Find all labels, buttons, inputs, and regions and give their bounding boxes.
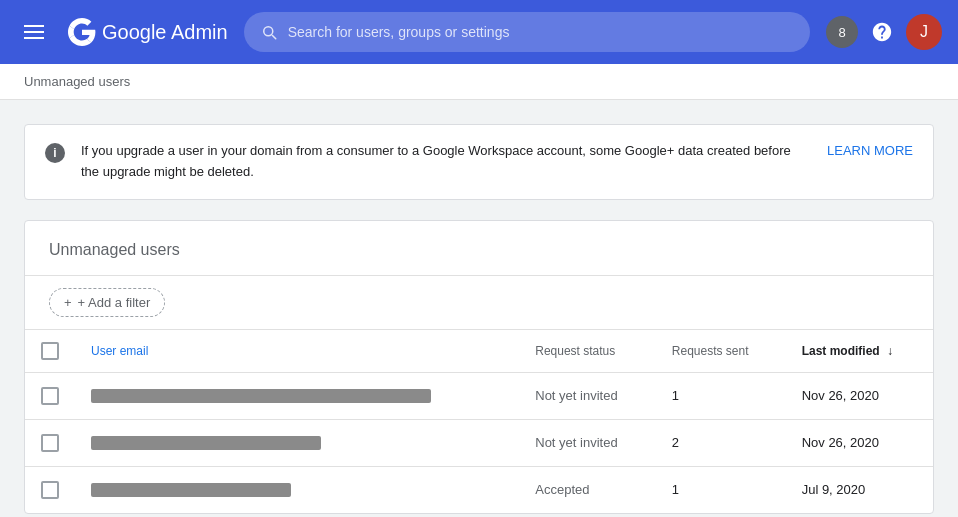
breadcrumb: Unmanaged users <box>0 64 958 100</box>
row-checkbox[interactable] <box>41 434 59 452</box>
add-filter-icon: + <box>64 295 72 310</box>
help-button[interactable] <box>866 16 898 48</box>
app-header: Google Admin 8 J <box>0 0 958 64</box>
row-checkbox-cell <box>25 466 75 513</box>
row-status: Not yet invited <box>519 419 656 466</box>
learn-more-button[interactable]: LEARN MORE <box>827 143 913 158</box>
row-email <box>75 372 519 419</box>
app-title: Google Admin <box>102 21 228 44</box>
table-card-header: Unmanaged users <box>25 221 933 276</box>
email-redacted <box>91 436 321 450</box>
header-request-status[interactable]: Request status <box>519 330 656 373</box>
row-last-modified: Nov 26, 2020 <box>786 372 933 419</box>
row-last-modified: Jul 9, 2020 <box>786 466 933 513</box>
email-redacted <box>91 389 431 403</box>
sort-arrow-icon: ↓ <box>887 344 893 358</box>
header-email[interactable]: User email <box>75 330 519 373</box>
email-redacted <box>91 483 291 497</box>
table-row: Not yet invited 1 Nov 26, 2020 <box>25 372 933 419</box>
menu-button[interactable] <box>16 17 52 47</box>
table-header-row: User email Request status Requests sent … <box>25 330 933 373</box>
row-last-modified: Nov 26, 2020 <box>786 419 933 466</box>
table-row: Accepted 1 Jul 9, 2020 <box>25 466 933 513</box>
table-row: Not yet invited 2 Nov 26, 2020 <box>25 419 933 466</box>
info-message: If you upgrade a user in your domain fro… <box>81 141 811 183</box>
google-logo-icon <box>68 18 96 46</box>
add-filter-label: + Add a filter <box>78 295 151 310</box>
search-bar[interactable] <box>244 12 810 52</box>
row-checkbox-cell <box>25 419 75 466</box>
notifications-badge[interactable]: 8 <box>826 16 858 48</box>
app-logo: Google Admin <box>68 18 228 46</box>
row-checkbox-cell <box>25 372 75 419</box>
row-requests-sent: 1 <box>656 372 786 419</box>
info-icon: i <box>45 143 65 163</box>
header-checkbox-cell <box>25 330 75 373</box>
add-filter-button[interactable]: + + Add a filter <box>49 288 165 317</box>
header-actions: 8 J <box>826 14 942 50</box>
help-icon <box>871 21 893 43</box>
header-requests-sent[interactable]: Requests sent <box>656 330 786 373</box>
filter-section: + + Add a filter <box>25 276 933 330</box>
main-content: i If you upgrade a user in your domain f… <box>0 100 958 517</box>
user-avatar[interactable]: J <box>906 14 942 50</box>
row-checkbox[interactable] <box>41 387 59 405</box>
users-table: User email Request status Requests sent … <box>25 330 933 513</box>
header-last-modified[interactable]: Last modified ↓ <box>786 330 933 373</box>
search-icon <box>260 23 278 41</box>
row-requests-sent: 2 <box>656 419 786 466</box>
row-status: Accepted <box>519 466 656 513</box>
info-banner: i If you upgrade a user in your domain f… <box>24 124 934 200</box>
row-status: Not yet invited <box>519 372 656 419</box>
row-requests-sent: 1 <box>656 466 786 513</box>
table-card: Unmanaged users + + Add a filter User em… <box>24 220 934 514</box>
row-checkbox[interactable] <box>41 481 59 499</box>
row-email <box>75 419 519 466</box>
table-title: Unmanaged users <box>49 241 180 258</box>
row-email <box>75 466 519 513</box>
search-input[interactable] <box>288 24 794 40</box>
select-all-checkbox[interactable] <box>41 342 59 360</box>
